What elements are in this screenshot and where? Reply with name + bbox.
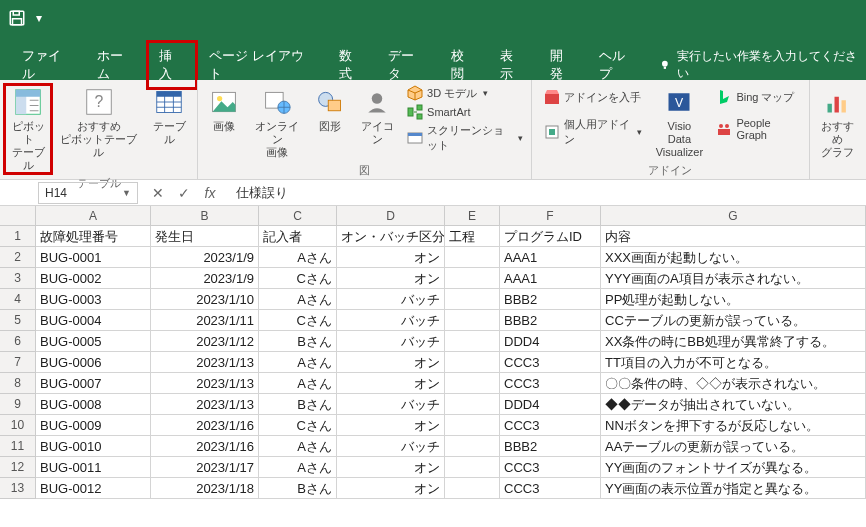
cell[interactable] [445,415,500,436]
cell[interactable]: Bさん [259,331,337,352]
cell[interactable]: 2023/1/16 [151,436,259,457]
cell[interactable]: オン [337,415,445,436]
visio-button[interactable]: V Visio DataVisualizer [652,84,706,161]
cell[interactable]: Cさん [259,310,337,331]
row-header[interactable]: 1 [0,226,36,247]
col-header-D[interactable]: D [337,206,445,226]
cell[interactable]: Aさん [259,457,337,478]
col-header-G[interactable]: G [601,206,866,226]
get-addins-button[interactable]: アドインを入手 [540,88,647,106]
cell[interactable]: 2023/1/12 [151,331,259,352]
my-addins-button[interactable]: 個人用アドイン▾ [540,116,647,148]
col-header-B[interactable]: B [151,206,259,226]
cell[interactable]: BBB2 [500,436,601,457]
cell[interactable]: BUG-0010 [36,436,151,457]
cell[interactable]: 故障処理番号 [36,226,151,247]
cell[interactable]: オン [337,268,445,289]
select-all-corner[interactable] [0,206,36,226]
col-header-E[interactable]: E [445,206,500,226]
cell[interactable]: 記入者 [259,226,337,247]
cell[interactable]: オン [337,352,445,373]
cell[interactable]: XX条件の時にBB処理が異常終了する。 [601,331,866,352]
row-header[interactable]: 5 [0,310,36,331]
cell[interactable]: CCC3 [500,352,601,373]
people-graph-button[interactable]: People Graph [712,116,800,142]
cell[interactable]: Aさん [259,247,337,268]
insert-function-button[interactable]: fx [202,185,218,201]
cell[interactable]: YY画面のフォントサイズが異なる。 [601,457,866,478]
cell[interactable] [445,478,500,499]
smartart-button[interactable]: SmartArt [403,103,527,121]
cell[interactable]: YY画面の表示位置が指定と異なる。 [601,478,866,499]
pictures-button[interactable]: 画像 [202,84,246,135]
cell[interactable] [445,352,500,373]
cell[interactable]: 発生日 [151,226,259,247]
cell[interactable]: BUG-0004 [36,310,151,331]
cell[interactable]: 2023/1/17 [151,457,259,478]
3d-models-button[interactable]: 3D モデル▾ [403,84,527,102]
formula-input[interactable]: 仕様誤り [226,184,866,202]
cell[interactable]: Aさん [259,352,337,373]
cell[interactable]: バッチ [337,436,445,457]
enter-button[interactable]: ✓ [176,185,192,201]
row-header[interactable]: 3 [0,268,36,289]
cell[interactable]: CCテーブルの更新が誤っている。 [601,310,866,331]
cell[interactable]: BUG-0005 [36,331,151,352]
cell[interactable]: バッチ [337,289,445,310]
cell[interactable]: バッチ [337,310,445,331]
save-icon[interactable] [8,9,26,27]
cell[interactable]: CCC3 [500,457,601,478]
cell[interactable] [445,268,500,289]
cell[interactable]: Aさん [259,436,337,457]
cell[interactable] [445,289,500,310]
cell[interactable]: AAテーブルの更新が誤っている。 [601,436,866,457]
cell[interactable]: CCC3 [500,478,601,499]
qat-dropdown-icon[interactable]: ▾ [34,9,44,27]
cell[interactable]: オン [337,247,445,268]
cell[interactable]: Bさん [259,478,337,499]
cell[interactable] [445,457,500,478]
cell[interactable] [445,310,500,331]
cell[interactable]: NNボタンを押下するが反応しない。 [601,415,866,436]
cell[interactable] [445,394,500,415]
cell[interactable]: DDD4 [500,394,601,415]
cell[interactable]: AAA1 [500,247,601,268]
bing-maps-button[interactable]: Bing マップ [712,88,800,106]
cell[interactable]: 2023/1/13 [151,394,259,415]
row-header[interactable]: 6 [0,331,36,352]
row-header[interactable]: 2 [0,247,36,268]
cell[interactable]: BUG-0008 [36,394,151,415]
table-button[interactable]: テーブル [145,84,193,148]
tell-me[interactable]: 実行したい作業を入力してください [658,48,866,82]
cell[interactable]: PP処理が起動しない。 [601,289,866,310]
cell[interactable]: Aさん [259,373,337,394]
cell[interactable]: オン [337,373,445,394]
cell[interactable]: 2023/1/16 [151,415,259,436]
cell[interactable] [445,247,500,268]
cell[interactable]: YYY画面のA項目が表示されない。 [601,268,866,289]
cell[interactable]: 〇〇条件の時、◇◇が表示されない。 [601,373,866,394]
row-header[interactable]: 12 [0,457,36,478]
pivot-table-button[interactable]: ピボットテーブル [4,84,52,174]
row-header[interactable]: 11 [0,436,36,457]
cell[interactable]: オン [337,457,445,478]
cell[interactable]: プログラムID [500,226,601,247]
cell[interactable]: 2023/1/18 [151,478,259,499]
cell[interactable]: 2023/1/13 [151,352,259,373]
cell[interactable]: XXX画面が起動しない。 [601,247,866,268]
cell[interactable]: BUG-0001 [36,247,151,268]
cell[interactable]: BUG-0011 [36,457,151,478]
col-header-A[interactable]: A [36,206,151,226]
cell[interactable]: CCC3 [500,415,601,436]
cell[interactable]: TT項目の入力が不可となる。 [601,352,866,373]
cell[interactable]: DDD4 [500,331,601,352]
cell[interactable] [445,373,500,394]
cell[interactable]: バッチ [337,394,445,415]
row-header[interactable]: 7 [0,352,36,373]
cell[interactable]: バッチ [337,331,445,352]
online-pictures-button[interactable]: オンライン画像 [248,84,305,161]
recommended-charts-button[interactable]: おすすめグラフ [814,84,862,161]
cell[interactable]: BUG-0009 [36,415,151,436]
name-box-dropdown-icon[interactable]: ▼ [122,188,131,198]
cell[interactable]: オン・バッチ区分 [337,226,445,247]
